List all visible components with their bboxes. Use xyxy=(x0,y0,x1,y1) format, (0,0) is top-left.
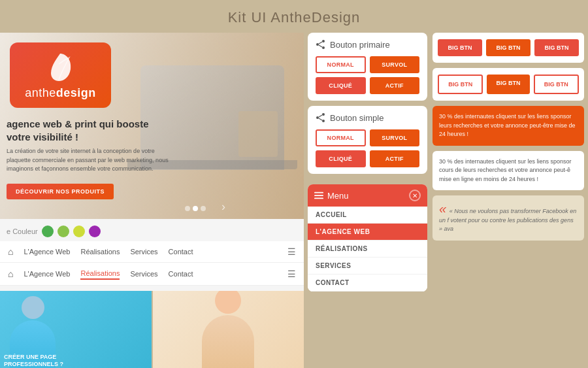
btn-clique-2[interactable]: CLIQUÉ xyxy=(316,150,366,167)
coffee-placeholder xyxy=(238,111,278,157)
svg-point-1 xyxy=(316,43,319,46)
slider-next-arrow[interactable]: › xyxy=(221,200,225,214)
nav-bar-1: ⌂ L'Agence Web Réalisations Services Con… xyxy=(0,241,304,263)
btn-survol-2[interactable]: SURVOL xyxy=(370,129,420,146)
menu-card: Menu ✕ ACCUEIL L'AGENCE WEB RÉALISATIONS… xyxy=(308,184,427,292)
logo-leaf-icon xyxy=(46,51,75,84)
svg-point-0 xyxy=(322,40,325,42)
menu-header: Menu ✕ xyxy=(308,184,427,207)
quote-mark: « xyxy=(439,201,446,216)
bouton-primaire-grid: NORMAL SURVOL CLIQUÉ ACTIF xyxy=(316,56,419,94)
svg-line-8 xyxy=(319,115,322,117)
menu-item-services[interactable]: SERVICES xyxy=(308,258,427,275)
bouton-primaire-label: Bouton primaire xyxy=(330,40,390,50)
nav-link-services-1[interactable]: Services xyxy=(130,246,157,257)
svg-rect-11 xyxy=(314,195,323,196)
dot-3[interactable] xyxy=(201,206,206,211)
nav-bar-2: ⌂ L'Agence Web Réalisations Services Con… xyxy=(0,263,304,286)
home-icon-1[interactable]: ⌂ xyxy=(8,246,13,257)
logo-light: anthe xyxy=(25,86,56,99)
info-card-white: 30 % des internautes cliquent sur les li… xyxy=(433,151,584,191)
quote-text: « Nous ne voulons pas transformer Facebo… xyxy=(439,208,576,232)
svg-point-7 xyxy=(322,120,325,122)
nav-link-realisations-2[interactable]: Réalisations xyxy=(80,268,120,280)
bouton-primaire-title: Bouton primaire xyxy=(316,39,419,50)
info-card-quote: « « Nous ne voulons pas transformer Face… xyxy=(433,195,584,241)
menu-icon xyxy=(314,191,323,200)
hamburger-icon-1[interactable]: ☰ xyxy=(287,246,296,257)
big-btn-row-2: BIG BTN BIG BTN BIG BTN xyxy=(433,68,584,101)
nav-link-agence-2[interactable]: L'Agence Web xyxy=(24,269,70,279)
image-strip: CRÉER UNE PAGEPROFESSIONNELS ? xyxy=(0,291,304,368)
svg-point-5 xyxy=(322,113,325,116)
nav-link-services-2[interactable]: Services xyxy=(130,269,157,279)
share-icon xyxy=(316,39,326,50)
nav-link-contact-2[interactable]: Contact xyxy=(169,269,193,279)
color-purple[interactable] xyxy=(89,226,101,237)
big-btn-outline-1[interactable]: BIG BTN xyxy=(438,75,483,94)
strip-caption-1: CRÉER UNE PAGEPROFESSIONNELS ? xyxy=(4,354,148,368)
bouton-simple-title: Bouton simple xyxy=(316,112,419,123)
right-panel: BIG BTN BIG BTN BIG BTN BIG BTN BIG BTN … xyxy=(431,33,588,368)
btn-survol-1[interactable]: SURVOL xyxy=(370,56,420,73)
btn-actif-1[interactable]: ACTIF xyxy=(370,77,420,94)
dot-1[interactable] xyxy=(185,206,190,211)
btn-normal-1[interactable]: NORMAL xyxy=(316,56,366,73)
slider-dots xyxy=(185,206,206,211)
menu-item-realisations[interactable]: RÉALISATIONS xyxy=(308,241,427,258)
girl-head xyxy=(215,291,241,314)
page-title: Kit UI AntheDesign xyxy=(0,0,588,33)
strip-image-girl xyxy=(153,291,304,368)
hero-cta-button[interactable]: DÉCOUVRIR NOS PRODUITS xyxy=(7,184,114,199)
svg-line-9 xyxy=(319,118,322,120)
share-icon-2 xyxy=(316,112,326,123)
bouton-simple-grid: NORMAL SURVOL CLIQUÉ ACTIF xyxy=(316,129,419,167)
nav-area: e Couleur ⌂ L'Agence Web Réalisations Se… xyxy=(0,219,304,291)
btn-actif-2[interactable]: ACTIF xyxy=(370,150,420,167)
big-btn-red-2[interactable]: BIG BTN xyxy=(534,39,579,56)
menu-close-button[interactable]: ✕ xyxy=(409,190,421,201)
menu-items-list: ACCUEIL L'AGENCE WEB RÉALISATIONS SERVIC… xyxy=(308,207,427,292)
logo-text: anthedesign xyxy=(25,86,96,100)
hero-tagline: agence web & print qui booste votre visi… xyxy=(7,118,173,143)
svg-rect-12 xyxy=(314,198,323,199)
strip-image-blue: CRÉER UNE PAGEPROFESSIONNELS ? xyxy=(0,291,152,368)
home-icon-2[interactable]: ⌂ xyxy=(8,269,13,279)
svg-line-3 xyxy=(319,42,322,44)
big-btn-orange-1[interactable]: BIG BTN xyxy=(486,39,531,56)
svg-point-2 xyxy=(322,46,325,49)
hamburger-icon-2[interactable]: ☰ xyxy=(287,269,296,279)
menu-title: Menu xyxy=(327,191,405,201)
hero-description: La création de votre site internet à la … xyxy=(7,147,173,174)
hero-section: anthedesign agence web & print qui boost… xyxy=(0,33,304,219)
left-panel: anthedesign agence web & print qui boost… xyxy=(0,33,304,368)
color-yellow[interactable] xyxy=(73,226,85,237)
svg-point-6 xyxy=(316,116,319,119)
big-btn-red-1[interactable]: BIG BTN xyxy=(438,39,482,56)
middle-panel: Bouton primaire NORMAL SURVOL CLIQUÉ ACT… xyxy=(304,33,431,368)
nav-link-contact-1[interactable]: Contact xyxy=(169,246,193,257)
svg-rect-10 xyxy=(314,192,323,193)
nav-link-realisations-1[interactable]: Réalisations xyxy=(80,246,120,257)
big-btn-orange-2[interactable]: BIG BTN xyxy=(487,75,529,94)
color-swatches xyxy=(38,226,101,237)
blue-head xyxy=(22,296,44,319)
menu-item-contact[interactable]: CONTACT xyxy=(308,275,427,292)
btn-normal-2[interactable]: NORMAL xyxy=(316,129,366,146)
dot-2[interactable] xyxy=(193,206,198,211)
main-layout: anthedesign agence web & print qui boost… xyxy=(0,33,588,368)
big-btn-row-1: BIG BTN BIG BTN BIG BTN xyxy=(433,33,584,63)
nav-link-agence-1[interactable]: L'Agence Web xyxy=(24,246,70,257)
bouton-simple-label: Bouton simple xyxy=(330,113,384,123)
color-green[interactable] xyxy=(42,226,54,237)
logo-box: anthedesign xyxy=(10,42,111,108)
bouton-primaire-card: Bouton primaire NORMAL SURVOL CLIQUÉ ACT… xyxy=(308,33,427,101)
color-lime[interactable] xyxy=(57,226,69,237)
menu-item-accueil[interactable]: ACCUEIL xyxy=(308,207,427,224)
logo-bold: design xyxy=(56,86,96,99)
big-btn-outline-2[interactable]: BIG BTN xyxy=(534,75,579,94)
girl-body xyxy=(202,315,254,368)
btn-clique-1[interactable]: CLIQUÉ xyxy=(316,77,366,94)
menu-item-agence[interactable]: L'AGENCE WEB xyxy=(308,224,427,241)
girl-figure xyxy=(195,291,261,368)
